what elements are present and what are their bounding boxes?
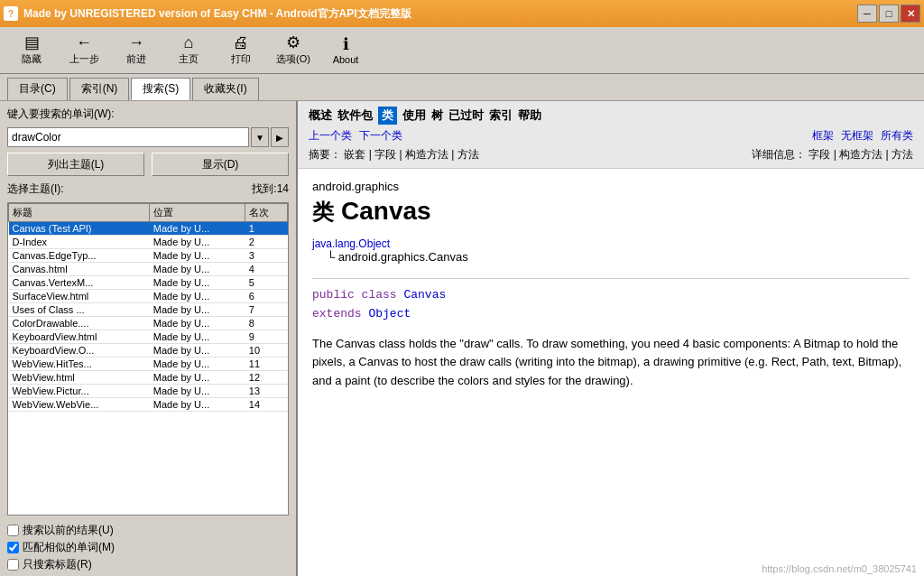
all-classes-link[interactable]: 所有类 xyxy=(881,128,913,144)
app-icon: ? xyxy=(4,6,18,21)
checkbox-titles-only-label: 只搜索标题(R) xyxy=(23,557,92,572)
cell-title: WebView.WebVie... xyxy=(9,398,150,412)
cell-location: Made by U... xyxy=(150,371,245,385)
forward-button[interactable]: → 前进 xyxy=(112,31,161,70)
table-row[interactable]: WebView.html Made by U... 12 xyxy=(9,371,288,385)
hide-label: 隐藏 xyxy=(22,52,42,66)
options-button[interactable]: ⚙ 选项(O) xyxy=(269,31,318,70)
col-rank[interactable]: 名次 xyxy=(245,204,288,222)
table-row[interactable]: Uses of Class ... Made by U... 7 xyxy=(9,303,288,317)
object-code-link[interactable]: Object xyxy=(368,307,411,321)
field-link-detail[interactable]: 字段 xyxy=(808,148,830,161)
hide-button[interactable]: ▤ 隐藏 xyxy=(7,31,56,70)
field-link-summary[interactable]: 字段 xyxy=(374,148,396,161)
class-name: Canvas xyxy=(341,197,431,226)
table-row[interactable]: D-Index Made by U... 2 xyxy=(9,236,288,249)
table-row[interactable]: ColorDrawable.... Made by U... 8 xyxy=(9,317,288,330)
cell-location: Made by U... xyxy=(150,385,245,398)
close-button[interactable]: ✕ xyxy=(901,5,920,23)
display-button[interactable]: 显示(D) xyxy=(152,153,289,176)
detail-row: 摘要： 嵌套 | 字段 | 构造方法 | 方法 详细信息： 字段 | 构造方法 … xyxy=(309,147,913,168)
nav-overview: 概述 xyxy=(309,107,332,124)
table-row[interactable]: KeyboardView.html Made by U... 9 xyxy=(9,330,288,344)
cell-title: D-Index xyxy=(9,236,150,249)
divider xyxy=(312,278,910,279)
constructor-link-summary[interactable]: 构造方法 xyxy=(405,148,448,161)
options-label: 选项(O) xyxy=(276,52,310,66)
home-button[interactable]: ⌂ 主页 xyxy=(164,31,213,70)
table-row[interactable]: Canvas.EdgeTyp... Made by U... 3 xyxy=(9,249,288,263)
constructor-link-detail[interactable]: 构造方法 xyxy=(839,148,882,161)
checkbox-similar-words: 匹配相似的单词(M) xyxy=(7,540,289,555)
table-row[interactable]: Canvas.html Made by U... 4 xyxy=(9,263,288,276)
search-row: ▼ ▶ xyxy=(7,127,289,147)
detail-section: 详细信息： 字段 | 构造方法 | 方法 xyxy=(752,147,913,163)
table-row[interactable]: WebView.Pictur... Made by U... 13 xyxy=(9,385,288,398)
cell-title: WebView.Pictur... xyxy=(9,385,150,398)
results-list: 标题 位置 名次 Canvas (Test API) Made by U... … xyxy=(8,203,288,412)
canvas-code-link[interactable]: Canvas xyxy=(403,288,446,302)
checkbox-similar-words-input[interactable] xyxy=(7,542,19,553)
cell-title: Uses of Class ... xyxy=(9,303,150,317)
frame-link[interactable]: 框架 xyxy=(812,128,834,144)
checkbox-titles-only-input[interactable] xyxy=(7,559,19,571)
child-class-name: android.graphics.Canvas xyxy=(338,250,468,264)
cell-rank: 8 xyxy=(245,317,288,330)
table-row[interactable]: KeyboardView.O... Made by U... 10 xyxy=(9,344,288,358)
cell-title: Canvas (Test API) xyxy=(9,222,150,236)
about-button[interactable]: ℹ About xyxy=(321,31,370,70)
next-class-link[interactable]: 下一个类 xyxy=(359,128,402,144)
content-nav-row: 概述 软件包 类 使用 树 已过时 索引 帮助 xyxy=(309,107,913,125)
restore-button[interactable]: □ xyxy=(879,5,899,23)
search-input[interactable] xyxy=(7,127,249,147)
nested-link[interactable]: 嵌套 xyxy=(344,148,365,161)
cell-location: Made by U... xyxy=(150,398,245,412)
select-row: 选择主题(I): 找到:14 xyxy=(7,181,289,197)
prev-class-link[interactable]: 上一个类 xyxy=(309,128,352,144)
result-table: 标题 位置 名次 Canvas (Test API) Made by U... … xyxy=(7,202,289,516)
cell-rank: 9 xyxy=(245,330,288,344)
checkbox-prev-results: 搜索以前的结果(U) xyxy=(7,523,289,538)
code-block: public class Canvas extends Object xyxy=(312,286,910,324)
about-label: About xyxy=(333,54,359,65)
code-line-1: public class Canvas xyxy=(312,286,910,305)
method-link-summary[interactable]: 方法 xyxy=(457,148,479,161)
cell-title: WebView.html xyxy=(9,371,150,385)
tab-contents[interactable]: 目录(C) xyxy=(7,78,68,100)
no-frame-link[interactable]: 无框架 xyxy=(841,128,873,144)
cell-location: Made by U... xyxy=(150,358,245,371)
forward-label: 前进 xyxy=(126,52,146,66)
table-row[interactable]: SurfaceView.html Made by U... 6 xyxy=(9,290,288,303)
minimize-button[interactable]: ─ xyxy=(857,5,877,23)
cell-rank: 5 xyxy=(245,276,288,290)
table-row[interactable]: Canvas (Test API) Made by U... 1 xyxy=(9,222,288,236)
col-location[interactable]: 位置 xyxy=(150,204,245,222)
table-row[interactable]: WebView.WebVie... Made by U... 14 xyxy=(9,398,288,412)
cell-location: Made by U... xyxy=(150,263,245,276)
print-button[interactable]: 🖨 打印 xyxy=(217,31,265,70)
tab-favorites[interactable]: 收藏夹(I) xyxy=(192,78,258,100)
checkbox-prev-results-input[interactable] xyxy=(7,525,19,536)
back-button[interactable]: ← 上一步 xyxy=(60,31,108,70)
nav-deprecated: 已过时 xyxy=(448,107,484,124)
cell-title: KeyboardView.html xyxy=(9,330,150,344)
table-row[interactable]: WebView.HitTes... Made by U... 11 xyxy=(9,358,288,371)
tab-search[interactable]: 搜索(S) xyxy=(131,78,190,100)
class-title: 类 Canvas xyxy=(312,197,910,227)
right-panel[interactable]: 概述 软件包 类 使用 树 已过时 索引 帮助 上一个类 下一个类 框架 无框架… xyxy=(298,101,924,576)
root-class-link[interactable]: java.lang.Object xyxy=(312,237,390,250)
home-icon: ⌂ xyxy=(184,34,194,51)
dropdown-button[interactable]: ▼ xyxy=(251,127,269,147)
list-topics-button[interactable]: 列出主题(L) xyxy=(7,153,144,176)
tab-index[interactable]: 索引(N) xyxy=(69,78,130,100)
cell-rank: 11 xyxy=(245,358,288,371)
col-title[interactable]: 标题 xyxy=(9,204,150,222)
table-row[interactable]: Canvas.VertexM... Made by U... 5 xyxy=(9,276,288,290)
cell-rank: 14 xyxy=(245,398,288,412)
class-keyword: 类 xyxy=(312,198,334,227)
checkbox-area: 搜索以前的结果(U) 匹配相似的单词(M) 只搜索标题(R) xyxy=(7,523,289,572)
arrow-button[interactable]: ▶ xyxy=(271,127,289,147)
method-link-detail[interactable]: 方法 xyxy=(892,148,913,161)
cell-location: Made by U... xyxy=(150,344,245,358)
nav-help: 帮助 xyxy=(518,107,541,124)
